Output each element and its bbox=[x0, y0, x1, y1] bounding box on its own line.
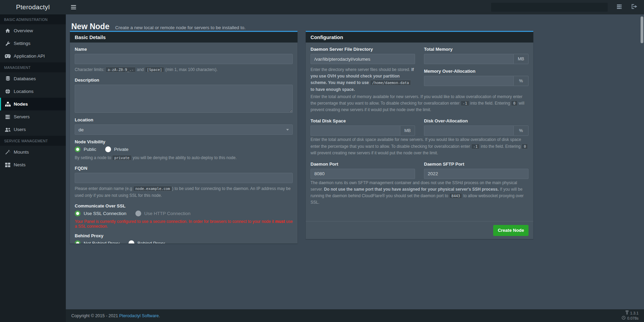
radio-private-label: Private bbox=[114, 147, 129, 152]
radio-use-http-label: Use HTTP Connection bbox=[144, 211, 191, 216]
sidebar-section-basic-administration: BASIC ADMINISTRATION bbox=[0, 14, 66, 24]
sidebar-item-servers[interactable]: Servers bbox=[0, 110, 66, 123]
brand-text: Pterodactyl bbox=[16, 3, 50, 11]
pterodactyl-software-link[interactable]: Pterodactyl Software bbox=[119, 313, 159, 318]
sidebar-item-mounts[interactable]: Mounts bbox=[0, 146, 66, 158]
location-selected-value: de bbox=[78, 127, 84, 132]
total-memory-input[interactable] bbox=[424, 54, 513, 64]
basic-details-heading: Basic Details bbox=[70, 32, 297, 43]
sidebar-item-users[interactable]: Users bbox=[0, 123, 66, 136]
daemon-port-input[interactable] bbox=[311, 169, 415, 179]
name-input[interactable] bbox=[75, 54, 293, 64]
fqdn-label: FQDN bbox=[75, 166, 293, 171]
disk-label: Total Disk Space bbox=[311, 118, 415, 123]
name-label: Name bbox=[75, 47, 293, 52]
radio-behind-proxy-label: Behind Proxy bbox=[137, 241, 165, 243]
ssl-warning: Your Panel is currently configured to us… bbox=[75, 219, 293, 229]
memory-over-input[interactable] bbox=[424, 76, 513, 86]
radio-use-ssl-label: Use SSL Connection bbox=[84, 211, 126, 216]
configuration-footer: Create Node bbox=[306, 221, 533, 239]
name-charset-chip: a-zA-Z0-9_.- bbox=[106, 67, 136, 72]
radio-use-http[interactable] bbox=[135, 211, 141, 216]
sign-out-button[interactable] bbox=[627, 0, 642, 14]
home-icon bbox=[5, 28, 11, 33]
sidebar-item-locations[interactable]: Locations bbox=[0, 85, 66, 98]
navbar-right bbox=[491, 0, 644, 14]
configuration-panel: Configuration Daemon Server File Directo… bbox=[306, 31, 533, 239]
sidebar-item-nests[interactable]: Nests bbox=[0, 158, 66, 171]
servers-nav-button[interactable] bbox=[612, 0, 627, 14]
port-8443-chip: 8443 bbox=[449, 193, 462, 199]
radio-not-behind-proxy-label: Not Behind Proxy bbox=[84, 241, 120, 243]
total-memory-field-group: Total Memory MB bbox=[424, 47, 528, 64]
radio-behind-proxy[interactable] bbox=[129, 240, 134, 243]
version-row: 1.3.1 bbox=[625, 310, 639, 316]
sidebar-item-nodes[interactable]: Nodes bbox=[0, 98, 66, 110]
zero-chip: 0 bbox=[522, 144, 528, 149]
radio-use-ssl[interactable] bbox=[75, 211, 81, 216]
disk-over-label: Disk Over-Allocation bbox=[424, 118, 528, 123]
sftp-port-label: Daemon SFTP Port bbox=[424, 162, 528, 167]
panel-title: Configuration bbox=[311, 35, 343, 40]
name-help: Character limits: a-zA-Z0-9_.- and [Spac… bbox=[75, 67, 293, 73]
sidebar-toggle-button[interactable] bbox=[66, 0, 81, 14]
disk-input[interactable] bbox=[311, 126, 400, 136]
sidebar-section-service-management: SERVICE MANAGEMENT bbox=[0, 136, 66, 146]
page-subtitle: Create a new local or remote node for se… bbox=[115, 25, 245, 30]
radio-public-label: Public bbox=[84, 147, 96, 152]
clock-icon bbox=[622, 316, 625, 321]
memory-over-field-group: Memory Over-Allocation % bbox=[424, 69, 528, 86]
disk-unit-addon: MB bbox=[400, 126, 415, 136]
proxy-label: Behind Proxy bbox=[75, 233, 293, 238]
sftp-port-input[interactable] bbox=[424, 169, 528, 179]
sidebar-item-settings[interactable]: Settings bbox=[0, 37, 66, 50]
minus-one-chip: -1 bbox=[471, 144, 480, 149]
description-textarea[interactable] bbox=[75, 85, 293, 113]
sftp-help: The daemon runs its own SFTP management … bbox=[311, 180, 528, 206]
configuration-body: Daemon Server File Directory Enter the d… bbox=[306, 43, 533, 215]
radio-public[interactable] bbox=[75, 146, 81, 152]
sidebar-item-databases[interactable]: Databases bbox=[0, 72, 66, 85]
name-space-chip: [Space] bbox=[145, 67, 164, 72]
disk-over-input[interactable] bbox=[424, 126, 513, 136]
memory-over-unit-addon: % bbox=[513, 76, 528, 86]
brand-logo[interactable]: Pterodactyl bbox=[0, 0, 66, 14]
sitemap-icon bbox=[5, 102, 11, 107]
ssl-label: Communicate Over SSL bbox=[75, 203, 293, 208]
version-number: 1.3.1 bbox=[630, 311, 639, 316]
radio-private[interactable] bbox=[105, 146, 111, 152]
private-chip: private bbox=[112, 155, 131, 160]
top-navbar: Pterodactyl bbox=[0, 0, 644, 14]
description-label: Description bbox=[75, 77, 293, 83]
configuration-heading: Configuration bbox=[306, 32, 533, 43]
scrollbar-thumb[interactable] bbox=[641, 16, 643, 43]
page-title: New Node bbox=[71, 22, 109, 31]
memory-help: Enter the total amount of memory availab… bbox=[311, 94, 528, 114]
copyright-text: Copyright © 2015 - 2021 Pterodactyl Soft… bbox=[71, 313, 160, 318]
ssl-radio-row: Use SSL Connection Use HTTP Connection bbox=[75, 211, 293, 216]
disk-help: Enter the total amount of disk space ava… bbox=[311, 136, 528, 156]
fqdn-help: Please enter domain name (e.g node.examp… bbox=[75, 186, 293, 199]
disk-over-field-group: Disk Over-Allocation % bbox=[424, 118, 528, 136]
wrench-icon bbox=[5, 41, 11, 46]
server-icon bbox=[617, 4, 622, 11]
directory-input[interactable] bbox=[311, 54, 415, 64]
sidebar-item-overview[interactable]: Overview bbox=[0, 24, 66, 37]
create-node-button[interactable]: Create Node bbox=[493, 225, 528, 236]
memory-over-label: Memory Over-Allocation bbox=[424, 69, 528, 74]
main-footer: Copyright © 2015 - 2021 Pterodactyl Soft… bbox=[66, 309, 644, 322]
hamburger-icon bbox=[71, 5, 76, 6]
total-memory-label: Total Memory bbox=[424, 47, 528, 52]
location-label: Location bbox=[75, 117, 293, 122]
fqdn-example-chip: node.example.com bbox=[133, 186, 172, 191]
navbar-search-input[interactable] bbox=[491, 3, 608, 12]
location-select[interactable]: de bbox=[75, 124, 293, 135]
memory-unit-addon: MB bbox=[513, 54, 528, 64]
visibility-field-group: Node Visibility Public Private By settin… bbox=[75, 139, 293, 161]
radio-not-behind-proxy[interactable] bbox=[75, 240, 81, 243]
minus-one-chip: -1 bbox=[461, 100, 469, 106]
sidebar-item-application-api[interactable]: Application API bbox=[0, 50, 66, 62]
disk-over-unit-addon: % bbox=[513, 126, 528, 136]
visibility-help: By setting a node to private you will be… bbox=[75, 155, 293, 161]
fqdn-input[interactable] bbox=[75, 173, 293, 183]
